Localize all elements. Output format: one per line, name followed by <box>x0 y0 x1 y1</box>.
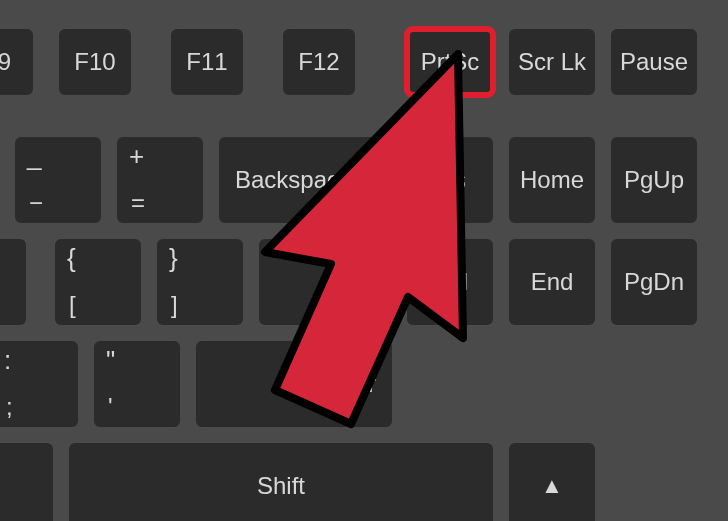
key-pause[interactable]: Pause <box>611 29 697 95</box>
key-label-top: : <box>4 347 11 373</box>
key-pgup[interactable]: PgUp <box>611 137 697 223</box>
key-label-bot: ' <box>108 395 113 419</box>
key-label-bot: ; <box>6 395 13 419</box>
key-label: F10 <box>74 48 115 76</box>
keyboard: F9 F10 F11 F12 PrtSc Scr Lk Pause _ − + … <box>0 0 728 521</box>
key-label-bot: ] <box>171 293 178 317</box>
key-label: PrtSc <box>421 48 480 76</box>
key-label: PgDn <box>624 268 684 296</box>
key-label: Home <box>520 166 584 194</box>
key-label-top: + <box>129 143 144 169</box>
key-label: ter <box>348 370 376 398</box>
key-backspace[interactable]: Backspace <box>219 137 392 223</box>
key-rbracket[interactable]: } ] <box>157 239 243 325</box>
key-label-bot: − <box>29 191 43 215</box>
key-label: F12 <box>298 48 339 76</box>
key-scrlk[interactable]: Scr Lk <box>509 29 595 95</box>
key-label-bot: = <box>131 191 145 215</box>
key-f9[interactable]: F9 <box>0 29 33 95</box>
key-label: Del <box>432 268 468 296</box>
key-backslash[interactable] <box>259 239 392 325</box>
key-minus[interactable]: _ − <box>15 137 101 223</box>
key-label-bot: [ <box>69 293 76 317</box>
key-label: End <box>531 268 574 296</box>
key-shift[interactable]: Shift <box>69 443 493 521</box>
key-label: Backspace <box>235 166 352 194</box>
key-label: F11 <box>186 48 227 76</box>
key-label-top: " <box>106 347 115 373</box>
key-arrow-up[interactable]: ▲ <box>509 443 595 521</box>
key-label-top: _ <box>27 143 41 169</box>
key-label-top: } <box>169 245 178 271</box>
key-p[interactable]: P <box>0 239 26 325</box>
key-label-top: { <box>67 245 76 271</box>
key-prtsc[interactable]: PrtSc <box>407 29 493 95</box>
key-label: Scr Lk <box>518 48 586 76</box>
key-label: PgUp <box>624 166 684 194</box>
arrow-up-icon: ▲ <box>541 473 563 499</box>
key-semicolon[interactable]: : ; <box>0 341 78 427</box>
key-f10[interactable]: F10 <box>59 29 131 95</box>
key-end[interactable]: End <box>509 239 595 325</box>
key-quote[interactable]: " ' <box>94 341 180 427</box>
key-label: F9 <box>0 48 11 76</box>
key-f12[interactable]: F12 <box>283 29 355 95</box>
key-ins[interactable]: Ins <box>407 137 493 223</box>
key-equals[interactable]: + = <box>117 137 203 223</box>
key-enter[interactable]: ter <box>196 341 392 427</box>
key-pgdn[interactable]: PgDn <box>611 239 697 325</box>
key-label: Pause <box>620 48 688 76</box>
key-label: Shift <box>257 472 305 500</box>
key-lbracket[interactable]: { [ <box>55 239 141 325</box>
key-f11[interactable]: F11 <box>171 29 243 95</box>
key-home[interactable]: Home <box>509 137 595 223</box>
key-slash[interactable]: ? / <box>0 443 53 521</box>
key-del[interactable]: Del <box>407 239 493 325</box>
key-label: Ins <box>434 166 466 194</box>
